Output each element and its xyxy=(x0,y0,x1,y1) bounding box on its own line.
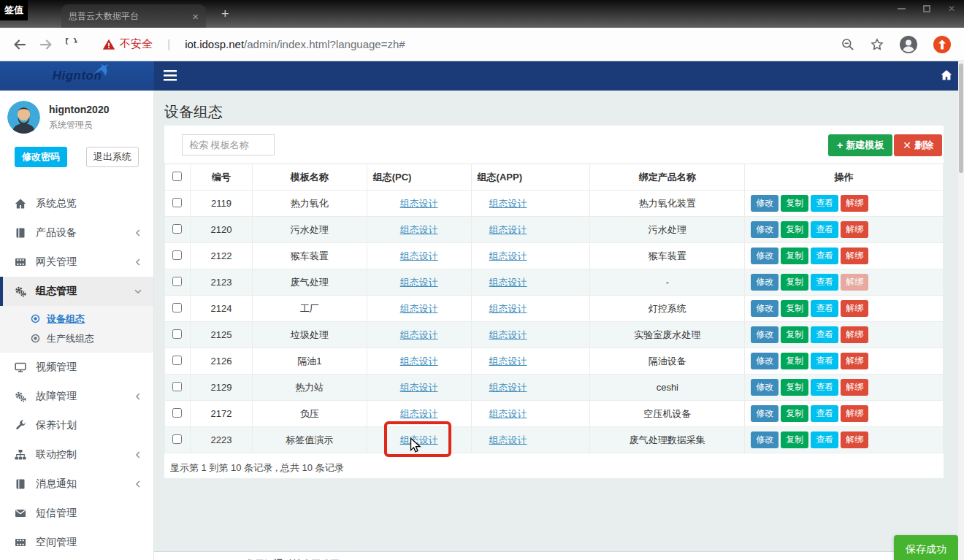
sidebar-item[interactable]: 消息通知 xyxy=(0,469,153,499)
refresh-icon[interactable] xyxy=(66,38,79,51)
action-unbind-button[interactable]: 解绑 xyxy=(841,379,868,396)
browser-tab[interactable]: 思普云大数据平台 × xyxy=(61,4,206,28)
action-edit-button[interactable]: 修改 xyxy=(751,405,779,422)
pc-design-link[interactable]: 组态设计 xyxy=(400,434,438,445)
search-input[interactable] xyxy=(182,134,275,156)
action-copy-button[interactable]: 复制 xyxy=(781,300,808,317)
sidebar-item[interactable]: 组态管理 xyxy=(0,277,153,306)
tab-close-icon[interactable]: × xyxy=(192,10,199,23)
action-unbind-button[interactable]: 解绑 xyxy=(841,300,868,317)
action-edit-button[interactable]: 修改 xyxy=(751,195,779,212)
security-chip[interactable]: 不安全 xyxy=(102,37,153,51)
sidebar-item[interactable]: 保养计划 xyxy=(0,411,153,440)
app-design-link[interactable]: 组态设计 xyxy=(489,408,527,419)
row-checkbox[interactable] xyxy=(172,303,182,312)
zoom-out-icon[interactable] xyxy=(841,38,854,51)
app-design-link[interactable]: 组态设计 xyxy=(489,277,527,288)
forward-icon[interactable] xyxy=(39,38,53,51)
row-checkbox[interactable] xyxy=(172,329,182,339)
action-unbind-button[interactable]: 解绑 xyxy=(841,353,868,369)
action-view-button[interactable]: 查看 xyxy=(811,195,838,212)
app-design-link[interactable]: 组态设计 xyxy=(489,382,527,393)
action-edit-button[interactable]: 修改 xyxy=(751,353,779,369)
action-copy-button[interactable]: 复制 xyxy=(781,274,808,291)
sidebar-item[interactable]: 网关管理 xyxy=(0,248,153,277)
maximize-icon[interactable] xyxy=(923,5,930,12)
back-icon[interactable] xyxy=(13,38,26,51)
app-design-link[interactable]: 组态设计 xyxy=(489,303,527,314)
action-copy-button[interactable]: 复制 xyxy=(781,221,808,238)
scrollbar-thumb[interactable] xyxy=(959,64,963,173)
delete-button[interactable]: ✕删除 xyxy=(894,134,942,156)
app-design-link[interactable]: 组态设计 xyxy=(489,198,527,209)
row-checkbox[interactable] xyxy=(172,434,182,444)
sidebar-item[interactable]: 短信管理 xyxy=(0,499,153,528)
action-view-button[interactable]: 查看 xyxy=(811,300,838,317)
select-all-checkbox[interactable] xyxy=(172,172,182,181)
action-copy-button[interactable]: 复制 xyxy=(781,248,808,264)
home-icon[interactable] xyxy=(941,69,952,84)
pc-design-link[interactable]: 组态设计 xyxy=(400,408,438,419)
action-copy-button[interactable]: 复制 xyxy=(781,195,808,212)
action-view-button[interactable]: 查看 xyxy=(811,405,838,422)
row-checkbox[interactable] xyxy=(172,198,182,207)
scrollbar[interactable] xyxy=(958,61,964,560)
sidebar-item[interactable]: 联动控制 xyxy=(0,440,153,469)
app-design-link[interactable]: 组态设计 xyxy=(489,356,527,367)
action-view-button[interactable]: 查看 xyxy=(811,248,838,264)
action-unbind-button[interactable]: 解绑 xyxy=(841,431,868,448)
row-checkbox[interactable] xyxy=(172,250,182,260)
hamburger-icon[interactable] xyxy=(164,70,177,84)
action-edit-button[interactable]: 修改 xyxy=(751,300,779,317)
action-edit-button[interactable]: 修改 xyxy=(751,274,779,291)
row-checkbox[interactable] xyxy=(172,356,182,365)
action-view-button[interactable]: 查看 xyxy=(811,326,838,343)
pc-design-link[interactable]: 组态设计 xyxy=(400,356,438,367)
action-unbind-button[interactable]: 解绑 xyxy=(841,274,868,291)
action-view-button[interactable]: 查看 xyxy=(811,379,838,396)
minimize-icon[interactable] xyxy=(898,8,906,9)
sidebar-item[interactable]: 故障管理 xyxy=(0,382,153,411)
url-text[interactable]: iot.idosp.net/admin/index.html?language=… xyxy=(185,38,405,50)
action-view-button[interactable]: 查看 xyxy=(811,221,838,238)
app-design-link[interactable]: 组态设计 xyxy=(489,250,527,261)
column-header[interactable]: 组态(APP) xyxy=(471,164,590,191)
action-view-button[interactable]: 查看 xyxy=(811,353,838,369)
pc-design-link[interactable]: 组态设计 xyxy=(400,198,438,209)
action-unbind-button[interactable]: 解绑 xyxy=(841,405,868,422)
action-edit-button[interactable]: 修改 xyxy=(751,379,779,396)
column-header[interactable]: 绑定产品名称 xyxy=(590,164,745,191)
sidebar-subitem[interactable]: 生产线组态 xyxy=(0,329,153,348)
browser-update-icon[interactable] xyxy=(933,36,951,53)
action-copy-button[interactable]: 复制 xyxy=(781,326,808,343)
app-design-link[interactable]: 组态设计 xyxy=(489,434,527,445)
action-view-button[interactable]: 查看 xyxy=(811,274,838,291)
action-edit-button[interactable]: 修改 xyxy=(751,221,779,238)
action-unbind-button[interactable]: 解绑 xyxy=(841,248,868,264)
app-design-link[interactable]: 组态设计 xyxy=(489,329,527,340)
pc-design-link[interactable]: 组态设计 xyxy=(400,250,438,261)
bookmark-star-icon[interactable] xyxy=(871,38,884,51)
sidebar-item[interactable]: 空间管理 xyxy=(0,528,153,557)
action-edit-button[interactable]: 修改 xyxy=(751,248,779,264)
action-copy-button[interactable]: 复制 xyxy=(781,431,808,448)
action-unbind-button[interactable]: 解绑 xyxy=(841,326,868,343)
column-header[interactable]: 编号 xyxy=(190,164,252,191)
column-header[interactable]: 组态(PC) xyxy=(367,164,471,191)
action-edit-button[interactable]: 修改 xyxy=(751,326,779,343)
pc-design-link[interactable]: 组态设计 xyxy=(400,382,438,393)
pc-design-link[interactable]: 组态设计 xyxy=(400,329,438,340)
action-copy-button[interactable]: 复制 xyxy=(781,353,808,369)
sidebar-item[interactable]: 产品设备 xyxy=(0,218,153,248)
action-edit-button[interactable]: 修改 xyxy=(751,431,779,448)
change-password-button[interactable]: 修改密码 xyxy=(15,147,67,167)
sidebar-item[interactable]: 系统总览 xyxy=(0,189,153,218)
column-header[interactable]: 操作 xyxy=(745,164,944,191)
logout-button[interactable]: 退出系统 xyxy=(86,147,139,167)
pc-design-link[interactable]: 组态设计 xyxy=(400,303,438,314)
new-tab-icon[interactable]: + xyxy=(221,7,229,22)
column-header[interactable]: 模板名称 xyxy=(252,164,367,191)
action-view-button[interactable]: 查看 xyxy=(811,431,838,448)
pc-design-link[interactable]: 组态设计 xyxy=(400,224,438,235)
pc-design-link[interactable]: 组态设计 xyxy=(400,277,438,288)
